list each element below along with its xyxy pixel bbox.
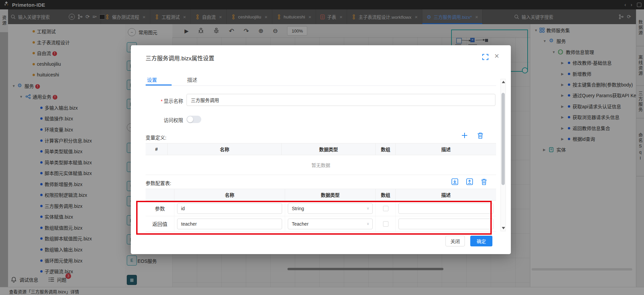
primeton-ide-window: Primeton-IDE ‹ › 输入关键字搜索 AI⟳≡▴ 催办测试流程×工程…: [0, 0, 644, 295]
variables-table: #名称数据类型数组描述暂无数据: [146, 143, 496, 175]
delete-param-icon[interactable]: [481, 178, 487, 187]
column-header: #: [146, 143, 168, 155]
param-type-select[interactable]: Teacher∨: [288, 219, 373, 229]
dialog-tab-settings[interactable]: 设置: [147, 76, 157, 83]
column-header: 数组: [376, 143, 396, 155]
column-header: 数据类型: [282, 143, 376, 155]
param-name-input[interactable]: teacher: [177, 219, 282, 229]
access-label: 访问权限: [146, 116, 183, 123]
chevron-down-icon: ∨: [367, 222, 369, 226]
param-type-select[interactable]: String∨: [288, 203, 373, 214]
var-section-label: 变量定义:: [146, 134, 166, 141]
display-name-input[interactable]: 三方服务调用: [186, 94, 495, 106]
empty-table-text: 暂无数据: [146, 155, 496, 175]
fullscreen-icon[interactable]: [482, 54, 488, 61]
param-kind-label: 返回值: [152, 220, 167, 227]
param-name-input[interactable]: id: [177, 203, 282, 214]
chevron-down-icon: ∨: [367, 206, 369, 211]
column-header: 数组: [376, 189, 396, 200]
param-desc-input[interactable]: [398, 203, 493, 214]
required-mark: *: [161, 99, 163, 104]
close-icon[interactable]: ×: [494, 52, 499, 60]
scroll-thumb[interactable]: [501, 93, 505, 185]
column-header: 描述: [396, 143, 496, 155]
import-params-icon[interactable]: [451, 178, 459, 187]
scroll-up-icon[interactable]: [502, 81, 505, 83]
dialog-tab-description[interactable]: 描述: [187, 76, 197, 83]
param-row: 参数 id String∨: [146, 201, 496, 216]
column-header: [146, 189, 174, 200]
properties-dialog: 三方服务调用.bizx属性设置 × 设置 描述 *显示名称 三方服务调用 访问权…: [131, 45, 511, 254]
param-row: 返回值 teacher Teacher∨: [146, 216, 496, 232]
column-header: 数据类型: [285, 189, 376, 200]
add-variable-icon[interactable]: [461, 132, 468, 140]
params-table: 名称数据类型数组描述 参数 id String∨ 返回值 teacher Tea…: [146, 189, 496, 232]
delete-variable-icon[interactable]: [477, 132, 484, 140]
array-checkbox[interactable]: [383, 206, 388, 211]
export-params-icon[interactable]: [466, 178, 473, 187]
access-toggle[interactable]: [186, 116, 201, 123]
ok-button[interactable]: 确定: [470, 236, 492, 246]
column-header: 描述: [396, 189, 496, 200]
column-header: 名称: [168, 143, 282, 155]
dialog-title: 三方服务调用.bizx属性设置: [146, 54, 214, 62]
scroll-down-icon[interactable]: [502, 227, 505, 229]
param-desc-input[interactable]: [398, 219, 493, 229]
param-section-label: 参数配置表:: [146, 179, 171, 186]
param-kind-label: 参数: [155, 205, 165, 212]
array-checkbox[interactable]: [383, 221, 388, 227]
close-button[interactable]: 关闭: [445, 236, 465, 246]
display-name-label: 显示名称: [164, 99, 183, 104]
column-header: 名称: [174, 189, 285, 200]
dialog-scrollbar[interactable]: [500, 79, 506, 231]
